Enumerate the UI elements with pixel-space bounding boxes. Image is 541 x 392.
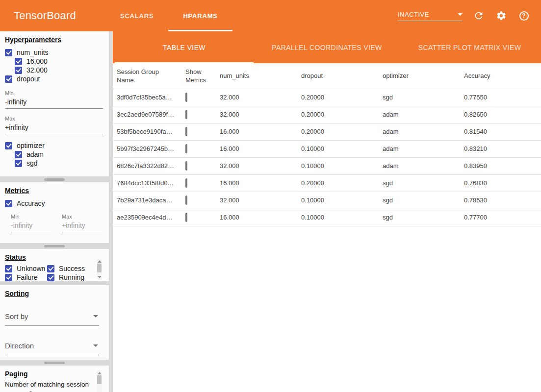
hparam-optimizer: optimizer bbox=[5, 141, 109, 150]
optimizer-checkbox[interactable] bbox=[5, 142, 12, 149]
cell-dropout: 0.10000 bbox=[297, 157, 379, 174]
panel-divider bbox=[0, 360, 109, 366]
optimizer-adam-label: adam bbox=[26, 150, 44, 158]
scroll-up-icon[interactable] bbox=[98, 260, 102, 263]
column-header-session-group-name[interactable]: Session Group Name. bbox=[113, 63, 181, 89]
status-unknown-label: Unknown bbox=[17, 265, 45, 272]
status-running-checkbox[interactable] bbox=[47, 274, 54, 281]
status-unknown-checkbox[interactable] bbox=[5, 265, 12, 272]
show-metrics-checkbox[interactable] bbox=[185, 161, 187, 171]
status-running-label: Running bbox=[59, 273, 84, 281]
status-option: Success bbox=[47, 264, 96, 273]
gear-icon[interactable] bbox=[495, 9, 508, 22]
chevron-down-icon bbox=[93, 315, 98, 318]
panel-resize-handle[interactable] bbox=[44, 362, 65, 364]
status-failure-checkbox[interactable] bbox=[5, 274, 12, 281]
column-header-num-units[interactable]: num_units bbox=[216, 63, 297, 89]
chevron-down-icon bbox=[458, 13, 463, 16]
num-units-checkbox[interactable] bbox=[5, 49, 12, 56]
hyperparameters-heading: Hyperparameters bbox=[5, 36, 109, 44]
show-metrics-checkbox[interactable] bbox=[185, 144, 187, 153]
tab-hparams[interactable]: HPARAMS bbox=[168, 0, 232, 31]
cell-accuracy: 0.77700 bbox=[460, 209, 541, 226]
paging-scrollbar[interactable] bbox=[97, 370, 102, 392]
hparam-num-units-option: 16.000 bbox=[15, 57, 109, 66]
tab-scalars[interactable]: SCALARS bbox=[105, 0, 168, 31]
paging-panel: Paging Number of matching session groups… bbox=[0, 366, 109, 392]
metric-min-label: Min bbox=[11, 214, 51, 220]
sorting-panel: Sorting Sort by Direction bbox=[0, 285, 109, 360]
cell-num-units: 32.000 bbox=[216, 192, 297, 209]
num-units-16-checkbox[interactable] bbox=[15, 58, 22, 65]
show-metrics-checkbox[interactable] bbox=[185, 196, 187, 205]
status-scrollbar[interactable] bbox=[97, 259, 102, 280]
show-metrics-checkbox[interactable] bbox=[185, 213, 187, 222]
accuracy-label: Accuracy bbox=[17, 199, 45, 207]
column-header-accuracy[interactable]: Accuracy bbox=[460, 63, 541, 89]
metric-max-input[interactable] bbox=[62, 220, 102, 232]
cell-dropout: 0.10000 bbox=[297, 192, 379, 209]
panel-divider bbox=[0, 176, 109, 182]
table-row: 3ec2aed9e07589f… 32.000 0.20000 adam 0.8… bbox=[113, 106, 541, 123]
top-bar: TensorBoard SCALARS HPARAMS INACTIVE ? bbox=[0, 0, 541, 31]
show-metrics-checkbox[interactable] bbox=[185, 110, 187, 119]
tab-table-view[interactable]: TABLE VIEW bbox=[113, 31, 256, 63]
run-status-value: INACTIVE bbox=[398, 11, 429, 18]
dropout-max-input[interactable] bbox=[5, 122, 103, 134]
panel-resize-handle[interactable] bbox=[44, 245, 65, 247]
cell-accuracy: 0.77550 bbox=[460, 89, 541, 106]
direction-select[interactable]: Direction bbox=[5, 340, 99, 355]
optimizer-sgd-checkbox[interactable] bbox=[15, 160, 22, 167]
help-icon[interactable]: ? bbox=[517, 9, 530, 22]
status-option: Running bbox=[47, 273, 96, 281]
table-header-row: Session Group Name. Show Metrics num_uni… bbox=[113, 63, 541, 89]
status-success-checkbox[interactable] bbox=[47, 265, 54, 272]
cell-num-units: 16.000 bbox=[216, 140, 297, 157]
dropout-checkbox[interactable] bbox=[5, 75, 12, 83]
scrollbar-thumb[interactable] bbox=[97, 264, 102, 272]
table-row: 7b29a731e3daca… 32.000 0.10000 sgd 0.785… bbox=[113, 192, 541, 209]
sort-by-select[interactable]: Sort by bbox=[5, 310, 99, 326]
dropout-min-label: Min bbox=[5, 90, 104, 96]
column-header-dropout[interactable]: dropout bbox=[297, 63, 379, 89]
cell-accuracy: 0.76830 bbox=[460, 174, 541, 192]
scroll-down-icon[interactable] bbox=[98, 276, 102, 278]
panel-resize-handle[interactable] bbox=[44, 178, 65, 181]
cell-num-units: 32.000 bbox=[216, 157, 297, 174]
status-option: Failure bbox=[5, 273, 47, 281]
num-units-32-checkbox[interactable] bbox=[15, 67, 22, 74]
status-option: Unknown bbox=[5, 264, 47, 273]
session-group-name: 3df0d7cf35bec5a… bbox=[113, 89, 181, 106]
show-metrics-checkbox[interactable] bbox=[185, 178, 187, 188]
hparam-optimizer-option: sgd bbox=[15, 159, 109, 168]
metrics-heading: Metrics bbox=[5, 187, 109, 195]
metrics-panel: Metrics Accuracy Min Max bbox=[0, 182, 109, 243]
scrollbar-thumb[interactable] bbox=[97, 375, 102, 384]
show-metrics-checkbox[interactable] bbox=[185, 93, 187, 102]
dropout-min-input[interactable] bbox=[5, 97, 103, 109]
cell-num-units: 16.000 bbox=[216, 123, 297, 140]
chevron-down-icon bbox=[93, 344, 98, 347]
cell-dropout: 0.10000 bbox=[297, 140, 379, 157]
cell-optimizer: adam bbox=[379, 123, 460, 140]
show-metrics-checkbox[interactable] bbox=[185, 127, 187, 136]
sorting-heading: Sorting bbox=[5, 290, 109, 297]
dropout-max-label: Max bbox=[5, 116, 104, 122]
tab-scatter-plot-matrix-view[interactable]: SCATTER PLOT MATRIX VIEW bbox=[398, 31, 541, 63]
cell-dropout: 0.20000 bbox=[297, 89, 379, 106]
column-header-optimizer[interactable]: optimizer bbox=[379, 63, 460, 89]
top-nav: SCALARS HPARAMS bbox=[105, 0, 232, 31]
cell-accuracy: 0.83950 bbox=[460, 157, 541, 174]
session-group-name: 3ec2aed9e07589f… bbox=[113, 106, 181, 123]
accuracy-checkbox[interactable] bbox=[5, 200, 12, 207]
optimizer-adam-checkbox[interactable] bbox=[15, 151, 22, 158]
scroll-up-icon[interactable] bbox=[98, 372, 102, 374]
refresh-icon[interactable] bbox=[472, 9, 485, 22]
column-header-show-metrics[interactable]: Show Metrics bbox=[181, 63, 216, 89]
table-row: ae235909ec4e4d… 16.000 0.10000 sgd 0.777… bbox=[113, 209, 541, 226]
run-status-dropdown[interactable]: INACTIVE bbox=[398, 11, 463, 21]
tab-parallel-coordinates-view[interactable]: PARALLEL COORDINATES VIEW bbox=[256, 31, 398, 63]
metric-min-input[interactable] bbox=[11, 220, 51, 232]
cell-accuracy: 0.83210 bbox=[460, 140, 541, 157]
table-row: 53bf5bece9190fa… 16.000 0.20000 adam 0.8… bbox=[113, 123, 541, 140]
